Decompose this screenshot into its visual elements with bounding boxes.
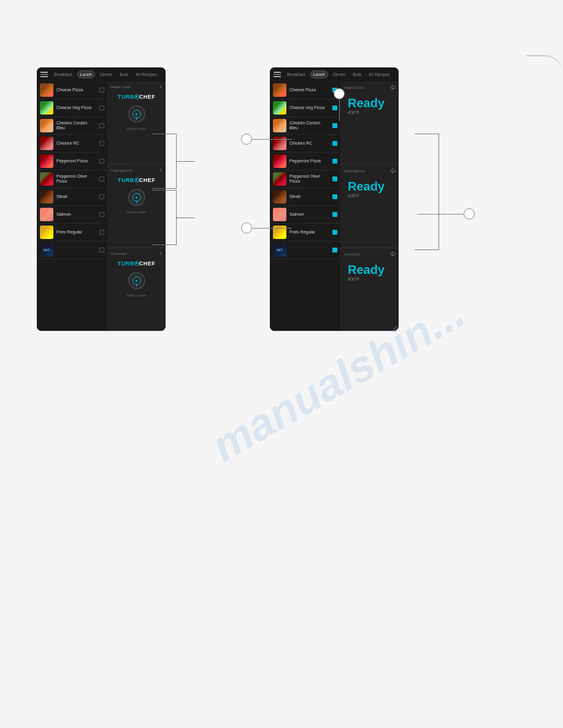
right-recipe-checkbox-steak[interactable] <box>332 194 337 199</box>
recipe-thumb-chicken-rc <box>40 137 53 150</box>
right-hamburger-icon[interactable] <box>274 72 281 77</box>
recipe-item-pepperoni-pizza[interactable]: Pepperoni Pizza <box>37 153 107 170</box>
tab-allrecipes-right[interactable]: All Recipes <box>366 71 393 78</box>
right-zone-conveyor-power-icon[interactable]: ⏻ <box>390 251 395 257</box>
right-recipe-item-cheese-veg-pizza[interactable]: Cheese Veg Pizza <box>270 99 340 117</box>
right-recipe-thumb-cheese-veg-pizza <box>273 101 286 115</box>
left-bracket-1 <box>152 134 177 189</box>
left-dial-3[interactable] <box>111 270 162 292</box>
recipe-item-fries-regular[interactable]: Fries Regular <box>37 224 107 241</box>
right-zone-conveyor-temp: 400°F <box>348 277 359 281</box>
recipe-name-salmon: Salmon <box>56 212 96 217</box>
left-dial-knob-3[interactable] <box>128 272 145 289</box>
right-recipe-thumb-nxt: NXT <box>273 243 286 257</box>
tab-dinner-left[interactable]: Dinner <box>98 71 115 78</box>
right-recipe-checkbox-chicken-rc[interactable] <box>332 141 337 146</box>
annotation-circle-right <box>464 208 475 219</box>
recipe-checkbox-cheese-pizza[interactable] <box>99 88 104 93</box>
right-recipe-item-pepperoni-olive-pizza[interactable]: Pepperoni Olive Pizza <box>270 170 340 188</box>
left-dial-dot-2 <box>136 197 137 199</box>
recipe-checkbox-pepperoni-olive-pizza[interactable] <box>99 176 104 181</box>
right-recipe-checkbox-pepperoni-olive-pizza[interactable] <box>332 176 337 181</box>
right-recipe-checkbox-chicken-cordon-bleu[interactable] <box>332 123 337 128</box>
left-dial-1[interactable] <box>111 103 162 125</box>
right-recipe-item-pepperoni-pizza[interactable]: Pepperoni Pizza <box>270 153 340 170</box>
annotation-circle-top <box>334 88 345 99</box>
right-recipe-item-chicken-cordon-bleu[interactable]: Chicken Cordon Bleu <box>270 117 340 135</box>
annotation-circle-left-2 <box>241 222 252 233</box>
right-nav-bar: Breakfast Lunch Dinner Bulk All Recipes <box>270 67 399 82</box>
right-recipe-name-salmon: Salmon <box>289 212 329 217</box>
right-recipe-item-salmon[interactable]: Salmon <box>270 206 340 224</box>
right-recipe-name-pepperoni-pizza: Pepperoni Pizza <box>289 159 329 164</box>
left-zone-rapid-cook-label: Rapid Cook <box>111 85 130 89</box>
right-recipe-list: Cheese Pizza Cheese Veg Pizza Chicken Co… <box>270 82 340 331</box>
left-dial-knob-1[interactable] <box>128 105 145 123</box>
right-recipe-item-steak[interactable]: Steak <box>270 188 340 206</box>
right-annotation-line-top <box>339 99 340 121</box>
left-dial-knob-2[interactable] <box>128 189 145 206</box>
right-zone-conveyor-ready: Ready 400°F <box>344 259 395 284</box>
hamburger-icon[interactable] <box>40 72 48 77</box>
recipe-item-cheese-veg-pizza[interactable]: Cheese Veg Pizza <box>37 99 107 117</box>
right-recipe-item-cheese-pizza[interactable]: Cheese Pizza <box>270 82 340 99</box>
recipe-checkbox-cheese-veg-pizza[interactable] <box>99 105 104 110</box>
recipe-item-salmon[interactable]: Salmon <box>37 206 107 224</box>
recipe-name-fries-regular: Fries Regular <box>56 230 96 235</box>
recipe-thumb-pepperoni-pizza <box>40 154 53 168</box>
left-bracket-2 <box>152 190 177 245</box>
right-zone-impingement-power-icon[interactable]: ⏻ <box>390 168 395 173</box>
right-screen: Breakfast Lunch Dinner Bulk All Recipes … <box>270 67 399 331</box>
right-annotation-line-left-2 <box>252 228 292 229</box>
right-recipe-item-fries-regular[interactable]: Fries Regular <box>270 224 340 241</box>
left-zone-conveyor-label: Conveyor <box>111 252 127 256</box>
left-zone-rapid-cook-info-icon[interactable]: ℹ <box>160 85 162 89</box>
recipe-checkbox-pepperoni-pizza[interactable] <box>99 159 104 164</box>
recipe-checkbox-fries-regular[interactable] <box>99 230 104 235</box>
tab-lunch-right[interactable]: Lunch <box>310 70 328 78</box>
right-recipe-thumb-pepperoni-olive-pizza <box>273 172 286 186</box>
tab-bulk-right[interactable]: Bulk <box>350 71 364 78</box>
right-recipe-checkbox-nxt[interactable] <box>332 248 337 252</box>
recipe-item-steak[interactable]: Steak <box>37 188 107 206</box>
recipe-checkbox-salmon[interactable] <box>99 212 104 217</box>
recipe-item-nxt[interactable]: NXT <box>37 241 107 259</box>
recipe-item-cheese-pizza[interactable]: Cheese Pizza <box>37 82 107 99</box>
recipe-item-chicken-rc[interactable]: Chicken RC <box>37 135 107 153</box>
recipe-item-pepperoni-olive-pizza[interactable]: Pepperoni Olive Pizza <box>37 170 107 188</box>
right-recipe-checkbox-fries-regular[interactable] <box>332 230 337 235</box>
recipe-thumb-pepperoni-olive-pizza <box>40 172 53 186</box>
recipe-thumb-nxt: NXT <box>40 243 53 257</box>
recipe-checkbox-chicken-rc[interactable] <box>99 141 104 146</box>
right-zone-impingement-ready-text: Ready <box>348 180 385 192</box>
tab-dinner-right[interactable]: Dinner <box>331 71 348 78</box>
left-line-2 <box>177 218 195 218</box>
left-zone-conveyor-info-icon[interactable]: ℹ <box>160 251 162 256</box>
recipe-name-cheese-veg-pizza: Cheese Veg Pizza <box>56 105 96 110</box>
left-nav-bar: Breakfast Lunch Dinner Bulk All Recipes <box>37 67 166 82</box>
right-recipe-item-nxt[interactable]: NXT <box>270 241 340 259</box>
right-recipe-checkbox-salmon[interactable] <box>332 212 337 217</box>
recipe-checkbox-chicken-cordon-bleu[interactable] <box>99 123 104 128</box>
right-zone-impingement-label: Impingement <box>344 169 366 173</box>
recipe-name-pepperoni-pizza: Pepperoni Pizza <box>56 159 96 164</box>
recipe-item-chicken-cordon-bleu[interactable]: Chicken Cordon Bleu <box>37 117 107 135</box>
right-annotation-line-left-1 <box>252 139 292 140</box>
left-turbochef-logo-1: TURBCHEF <box>111 91 162 101</box>
left-turbochef-logo-3: TURBCHEF <box>111 258 162 268</box>
right-recipe-item-chicken-rc[interactable]: Chicken RC <box>270 135 340 153</box>
tab-breakfast-right[interactable]: Breakfast <box>285 71 308 78</box>
tab-breakfast-left[interactable]: Breakfast <box>52 71 75 78</box>
tab-bulk-left[interactable]: Bulk <box>117 71 131 78</box>
recipe-checkbox-steak[interactable] <box>99 194 104 199</box>
tab-lunch-left[interactable]: Lunch <box>77 70 95 78</box>
recipe-checkbox-nxt[interactable] <box>99 248 104 252</box>
left-zone-impingement-label: Impingement <box>111 169 132 172</box>
tab-allrecipes-left[interactable]: All Recipes <box>133 71 159 78</box>
right-recipe-checkbox-pepperoni-pizza[interactable] <box>332 159 337 164</box>
left-dial-indicator-1 <box>136 117 137 120</box>
right-recipe-checkbox-cheese-veg-pizza[interactable] <box>332 105 337 110</box>
recipe-thumb-fries-regular <box>40 226 53 239</box>
right-zone-rapid-cook-power-icon[interactable]: ⏻ <box>390 85 395 90</box>
recipe-thumb-cheese-veg-pizza <box>40 101 53 115</box>
